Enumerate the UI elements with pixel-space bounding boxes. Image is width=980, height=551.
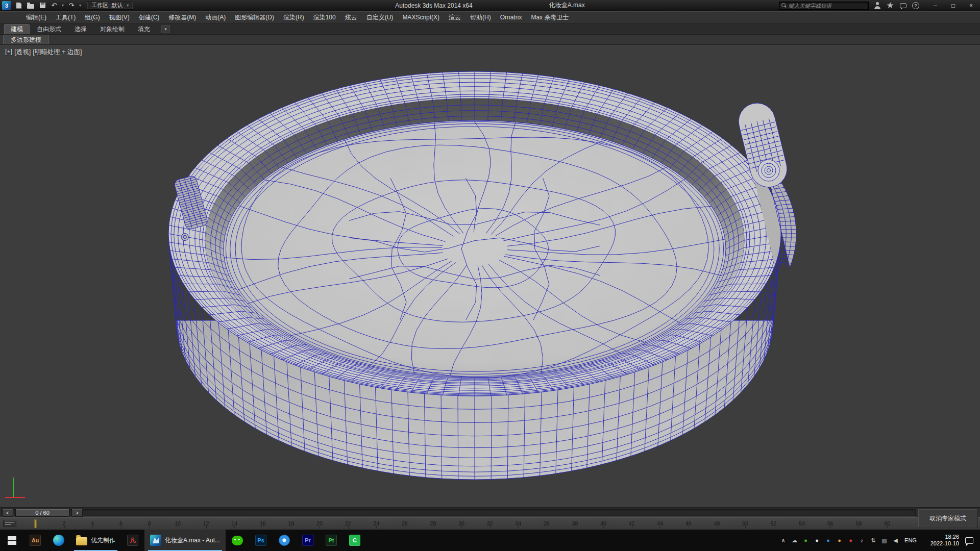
document-title: 化妆盒A.max <box>549 1 585 10</box>
green-app-icon: C <box>349 535 360 546</box>
taskbar-dark-red-app[interactable]: 凡 <box>121 530 144 551</box>
tick-mark <box>433 526 433 529</box>
music-icon[interactable]: ♪ <box>856 533 867 548</box>
previous-frame-button[interactable]: < <box>2 509 13 517</box>
menu-item-9[interactable]: 渲染100 <box>309 12 340 23</box>
round-blue-app-icon <box>279 535 290 546</box>
volume-icon[interactable]: ◀ <box>890 533 901 548</box>
window-controls: – □ × <box>926 0 980 11</box>
next-frame-button[interactable]: > <box>71 509 83 517</box>
new-scene-button[interactable] <box>15 2 23 10</box>
menu-item-13[interactable]: 渲云 <box>444 12 465 23</box>
time-ruler[interactable]: 0246810121416182022242628303234363840424… <box>0 518 980 530</box>
wechat-icon <box>232 536 243 545</box>
sync-icon[interactable]: ⇅ <box>868 533 878 548</box>
current-frame-marker[interactable] <box>34 519 37 528</box>
tick-mark <box>121 526 121 529</box>
menu-item-3[interactable]: 视图(V) <box>105 12 134 23</box>
minimize-button[interactable]: – <box>926 0 944 11</box>
viewport-menu-pov[interactable]: [透视] <box>14 48 31 57</box>
green-app-dot[interactable]: ● <box>800 533 811 548</box>
undo-caret-icon[interactable]: ▾ <box>62 4 64 8</box>
menu-item-4[interactable]: 创建(C) <box>134 12 164 23</box>
time-slider-handle[interactable]: 0 / 60 <box>15 509 69 517</box>
taskbar-3dsmax-window[interactable]: 化妆盒A.max - Aut... <box>144 530 226 551</box>
cancel-expert-mode-button[interactable]: 取消专家模式 <box>918 509 978 528</box>
tick-mark <box>405 526 405 529</box>
white-app-dot[interactable]: ● <box>812 533 822 548</box>
menu-item-6[interactable]: 动画(A) <box>201 12 230 23</box>
language-indicator[interactable]: ENG <box>901 537 920 543</box>
search-icon <box>781 3 787 8</box>
help-button[interactable]: ? <box>912 2 920 10</box>
ribbon-tab-4[interactable]: 填充 <box>132 24 156 34</box>
polygon-modeling-panel-tab[interactable]: 多边形建模 <box>3 35 49 44</box>
taskbar-audition[interactable]: Au <box>23 530 47 551</box>
menu-item-0[interactable]: 编辑(E) <box>21 12 51 23</box>
taskbar-round-blue-app[interactable] <box>273 530 296 551</box>
open-file-button[interactable] <box>27 2 35 10</box>
menu-item-1[interactable]: 工具(T) <box>51 12 80 23</box>
taskbar-edge-browser[interactable] <box>47 530 70 551</box>
start-button[interactable] <box>0 530 23 551</box>
photoshop-icon: Ps <box>255 535 266 546</box>
red-app-dot[interactable]: ● <box>845 533 856 548</box>
taskbar-photoshop[interactable]: Ps <box>249 530 273 551</box>
menu-item-5[interactable]: 修改器(M) <box>164 12 201 23</box>
taskbar-painter[interactable]: Pt <box>320 530 343 551</box>
scene-canvas[interactable] <box>0 45 980 507</box>
menu-item-16[interactable]: Max 杀毒卫士 <box>526 12 573 23</box>
redo-caret-icon[interactable]: ▾ <box>79 4 81 8</box>
new-file-icon <box>16 3 21 9</box>
ribbon-tab-1[interactable]: 自由形式 <box>31 24 67 34</box>
menu-item-2[interactable]: 组(G) <box>80 12 104 23</box>
menu-item-12[interactable]: MAXScript(X) <box>398 12 444 22</box>
menu-item-7[interactable]: 图形编辑器(D) <box>230 12 279 23</box>
cloud-icon[interactable]: ☁ <box>789 533 800 548</box>
clock-time: 18:26 <box>920 534 959 540</box>
communication-button[interactable] <box>899 2 907 10</box>
maximize-button[interactable]: □ <box>944 0 962 11</box>
menu-item-11[interactable]: 自定义(U) <box>362 12 398 23</box>
menu-item-8[interactable]: 渲染(R) <box>279 12 309 23</box>
sign-in-button[interactable] <box>873 2 881 10</box>
taskbar-clock[interactable]: 18:26 2022-10-10 <box>920 534 960 547</box>
tick-mark <box>376 526 377 529</box>
close-button[interactable]: × <box>962 0 980 11</box>
action-center-button[interactable] <box>961 537 978 544</box>
tick-mark <box>745 526 746 529</box>
ribbon-tab-row: 建模自由形式选择对象绘制填充 ▾ <box>0 23 980 35</box>
save-file-button[interactable] <box>38 2 46 10</box>
axis-gizmo <box>5 478 25 497</box>
time-slider-track[interactable] <box>1 509 916 516</box>
viewport[interactable]: [+][透视][明暗处理 + 边面] <box>0 45 980 507</box>
menu-item-15[interactable]: Ornatrix <box>496 12 527 22</box>
taskbar-wechat[interactable] <box>226 530 249 551</box>
hidden-icons-chevron[interactable]: ∧ <box>778 533 789 548</box>
viewport-menu-general[interactable]: [+] <box>5 48 12 57</box>
orange-app-dot[interactable]: ● <box>834 533 845 548</box>
menu-item-10[interactable]: 炫云 <box>340 12 362 23</box>
workspace-selector[interactable]: 工作区: 默认 ▾ <box>87 1 133 10</box>
ribbon-tab-2[interactable]: 选择 <box>68 24 93 34</box>
blue-app-dot[interactable]: ● <box>823 533 834 548</box>
ribbon-tab-0[interactable]: 建模 <box>4 24 30 34</box>
taskbar-green-app[interactable]: C <box>343 530 366 551</box>
favorites-button[interactable] <box>886 2 894 10</box>
ribbon-minimize-button[interactable]: ▾ <box>161 25 170 33</box>
network-icon[interactable]: ▥ <box>879 533 890 548</box>
viewport-menu-shading[interactable]: [明暗处理 + 边面] <box>33 48 82 57</box>
menu-item-14[interactable]: 帮助(H) <box>465 12 496 23</box>
taskbar-premiere[interactable]: Pr <box>296 530 320 551</box>
tick-mark <box>632 526 632 529</box>
notification-bubble-icon <box>965 537 973 544</box>
tick-mark <box>149 526 150 529</box>
taskbar-explorer-window[interactable]: 优先制作 <box>70 530 121 551</box>
search-input[interactable] <box>789 3 866 9</box>
3dsmax-app-logo[interactable]: 3 <box>2 1 11 10</box>
redo-button[interactable]: ↷ <box>67 2 76 10</box>
infocenter-search[interactable] <box>779 2 869 10</box>
ribbon-tab-3[interactable]: 对象绘制 <box>94 24 131 34</box>
undo-button[interactable]: ↶ <box>50 2 58 10</box>
folder-icon <box>76 537 87 545</box>
